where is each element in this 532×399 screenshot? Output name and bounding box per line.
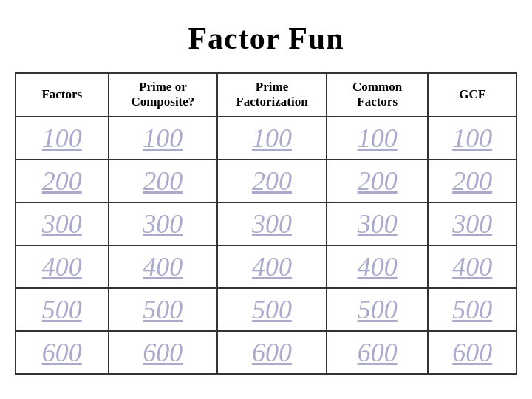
table-cell-r3-c1[interactable]: 400: [109, 245, 218, 288]
table-cell-r1-c0[interactable]: 200: [16, 160, 109, 202]
table-cell-r4-c2[interactable]: 500: [217, 288, 327, 331]
table-cell-r2-c0[interactable]: 300: [16, 202, 109, 245]
header-row: FactorsPrime or Composite?Prime Factoriz…: [16, 73, 516, 117]
table-cell-r4-c0[interactable]: 500: [16, 288, 109, 331]
table-row: 500500500500500: [16, 288, 516, 331]
game-table-body: 1001001001001002002002002002003003003003…: [16, 117, 516, 374]
table-cell-r4-c1[interactable]: 500: [109, 288, 218, 331]
table-cell-r4-c3[interactable]: 500: [327, 288, 429, 331]
column-header-col-prime-composite: Prime or Composite?: [109, 73, 218, 117]
table-row: 400400400400400: [16, 245, 516, 288]
column-header-col-common-factors: Common Factors: [327, 73, 429, 117]
column-header-col-factors: Factors: [16, 73, 109, 117]
table-cell-r4-c4[interactable]: 500: [428, 288, 516, 331]
table-row: 600600600600600: [16, 331, 516, 374]
table-cell-r2-c4[interactable]: 300: [428, 202, 516, 245]
table-cell-r0-c2[interactable]: 100: [217, 117, 327, 160]
table-row: 300300300300300: [16, 202, 516, 245]
table-cell-r0-c3[interactable]: 100: [327, 117, 429, 160]
table-cell-r1-c2[interactable]: 200: [217, 160, 327, 202]
table-cell-r2-c2[interactable]: 300: [217, 202, 327, 245]
page-title: Factor Fun: [188, 21, 344, 56]
column-header-col-gcf: GCF: [428, 73, 516, 117]
table-cell-r2-c1[interactable]: 300: [109, 202, 218, 245]
table-cell-r0-c4[interactable]: 100: [428, 117, 516, 160]
table-cell-r5-c4[interactable]: 600: [428, 331, 516, 374]
table-cell-r3-c2[interactable]: 400: [217, 245, 327, 288]
table-cell-r5-c0[interactable]: 600: [16, 331, 109, 374]
column-header-col-prime-factorization: Prime Factorization: [217, 73, 327, 117]
table-row: 100100100100100: [16, 117, 516, 160]
table-cell-r2-c3[interactable]: 300: [327, 202, 429, 245]
game-table: FactorsPrime or Composite?Prime Factoriz…: [15, 72, 517, 375]
table-cell-r0-c1[interactable]: 100: [109, 117, 218, 160]
table-cell-r3-c4[interactable]: 400: [428, 245, 516, 288]
table-cell-r5-c1[interactable]: 600: [109, 331, 218, 374]
table-cell-r5-c3[interactable]: 600: [327, 331, 429, 374]
table-cell-r1-c3[interactable]: 200: [327, 160, 429, 202]
table-cell-r3-c3[interactable]: 400: [327, 245, 429, 288]
table-cell-r3-c0[interactable]: 400: [16, 245, 109, 288]
table-cell-r1-c4[interactable]: 200: [428, 160, 516, 202]
table-cell-r1-c1[interactable]: 200: [109, 160, 218, 202]
table-cell-r0-c0[interactable]: 100: [16, 117, 109, 160]
table-row: 200200200200200: [16, 160, 516, 202]
table-cell-r5-c2[interactable]: 600: [217, 331, 327, 374]
